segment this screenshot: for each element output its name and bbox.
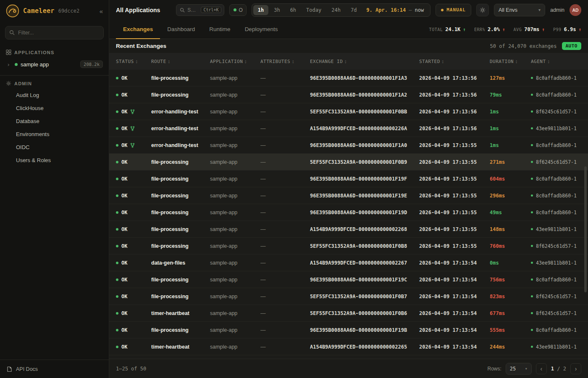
column-header-exchange-id[interactable]: EXCHANGE ID▲▼	[310, 59, 419, 64]
table-row[interactable]: OKfile-processingsample-app—5EF55FC31352…	[109, 288, 588, 305]
sort-icon: ▲▼	[168, 60, 170, 63]
agent-id: 8c0affadb860-1	[536, 277, 577, 283]
exchange-count-badge: 208.2k	[80, 60, 103, 68]
table-row[interactable]: OKfile-processingsample-app—96E395B0088A…	[109, 322, 588, 339]
cell-exchange-id: 96E395B0088AA6D-000000000001F1A3	[310, 75, 419, 81]
cell-status: OK	[116, 159, 151, 165]
table-row[interactable]: OKfile-processingsample-app—96E395B0088A…	[109, 187, 588, 204]
table-row[interactable]: OKfile-processingsample-app—96E395B0088A…	[109, 87, 588, 103]
search-icon	[180, 8, 185, 13]
cell-application: sample-app	[210, 310, 260, 316]
table-row[interactable]: OKfile-processingsample-app—96E395B0088A…	[109, 204, 588, 221]
table-row[interactable]: OKfile-processingsample-app—96E395B0088A…	[109, 171, 588, 187]
stat-value: 2.0%	[488, 26, 500, 32]
sidebar-item-oidc[interactable]: OIDC	[0, 141, 109, 154]
next-page-button[interactable]: ›	[570, 363, 581, 374]
table-row[interactable]: OKfile-processingsample-app—5EF55FC31352…	[109, 238, 588, 255]
column-label: AGENT	[531, 59, 546, 64]
cell-route: timer-heartbeat	[151, 310, 210, 316]
tab-exchanges[interactable]: Exchanges	[116, 20, 160, 39]
applications-section-header: APPLICATIONS	[0, 45, 109, 58]
table-row[interactable]: OKfile-processingsample-app—96E395B0088A…	[109, 70, 588, 87]
rows-per-page-select[interactable]: 25 ▾	[506, 363, 532, 375]
trend-arrow-icon: ↑	[578, 27, 581, 32]
search-placeholder: S…	[187, 7, 198, 13]
range-button-24h[interactable]: 24h	[327, 5, 345, 15]
time-range-buttons: 1h3h6hToday24h7d	[253, 5, 362, 15]
sidebar-item-clickhouse[interactable]: ClickHouse	[0, 102, 109, 115]
cell-attributes: —	[260, 327, 310, 333]
range-button-7d[interactable]: 7d	[346, 5, 361, 15]
column-header-route[interactable]: ROUTE▲▼	[151, 59, 210, 64]
filter-input[interactable]	[5, 26, 104, 39]
theme-toggle-button[interactable]	[476, 4, 489, 16]
tab-dashboard[interactable]: Dashboard	[160, 20, 202, 39]
ok-dot-icon	[116, 144, 118, 147]
column-header-attributes[interactable]: ATTRIBUTES▲▼	[260, 59, 310, 64]
cell-application: sample-app	[210, 176, 260, 182]
cell-started: 2026-04-09 17:13:54	[419, 344, 490, 350]
auto-refresh-badge[interactable]: AUTO	[562, 42, 582, 50]
manual-refresh-button[interactable]: MANUAL	[436, 4, 471, 16]
table-rows: OKfile-processingsample-app—96E395B0088A…	[109, 70, 588, 355]
sidebar-collapse-button[interactable]: «	[100, 8, 103, 15]
column-header-agent[interactable]: AGENT▲▼	[531, 59, 584, 64]
cell-route: file-processing	[151, 243, 210, 249]
api-docs-link[interactable]: API Docs	[0, 360, 109, 378]
column-header-duration[interactable]: DURATION▲▼	[490, 59, 531, 64]
range-button-3h[interactable]: 3h	[269, 5, 284, 15]
online-status-toggle[interactable]: O	[229, 4, 247, 16]
stat-label: AVG	[514, 27, 522, 32]
cell-duration: 271ms	[490, 159, 531, 165]
cell-application: sample-app	[210, 109, 260, 115]
cell-attributes: —	[260, 210, 310, 215]
agent-id: 8c0affadb860-1	[536, 92, 577, 98]
fork-icon	[130, 143, 135, 148]
tab-deployments[interactable]: Deployments	[238, 20, 285, 39]
status-text: OK	[121, 126, 127, 131]
page-title: All Applications	[116, 7, 160, 13]
chevron-right-icon[interactable]: ›	[8, 61, 12, 68]
rows-per-page-label: Rows:	[487, 366, 501, 372]
cell-status: OK	[116, 260, 151, 266]
table-row[interactable]: OKtimer-heartbeatsample-app—A154B9A999DF…	[109, 339, 588, 355]
user-avatar[interactable]: AD	[570, 4, 581, 16]
ok-dot-icon	[116, 194, 118, 197]
table-row[interactable]: OK error-handling-testsample-app—96E395B…	[109, 137, 588, 154]
global-search-input[interactable]: S… Ctrl+K	[176, 4, 224, 16]
table-row[interactable]: OKfile-processingsample-app—A154B9A999DF…	[109, 221, 588, 238]
range-button-today[interactable]: Today	[302, 5, 326, 15]
sidebar-item-users-roles[interactable]: Users & Roles	[0, 154, 109, 167]
scrollbar-thumb[interactable]	[584, 166, 587, 292]
sidebar-item-sample-app[interactable]: › sample app 208.2k	[0, 58, 109, 71]
cell-duration: 1ms	[490, 126, 531, 131]
sidebar-item-audit-log[interactable]: Audit Log	[0, 89, 109, 102]
cell-application: sample-app	[210, 226, 260, 232]
cell-agent: 8c0affadb860-1	[531, 176, 584, 182]
prev-page-button[interactable]: ‹	[536, 363, 547, 374]
ok-dot-icon	[116, 94, 118, 96]
column-header-started[interactable]: STARTED▲▼	[419, 59, 490, 64]
table-row[interactable]: OKdata-gen-filessample-app—A154B9A999DFC…	[109, 255, 588, 271]
column-header-status[interactable]: STATUS▲▼	[116, 59, 151, 64]
ok-dot-icon	[116, 228, 118, 231]
tabs: ExchangesDashboardRuntimeDeployments	[116, 20, 285, 39]
ok-dot-icon	[116, 178, 118, 180]
sidebar-item-environments[interactable]: Environments	[0, 128, 109, 141]
column-header-application[interactable]: APPLICATION▲▼	[210, 59, 260, 64]
table-row[interactable]: OKtimer-heartbeatsample-app—5EF55FC31352…	[109, 305, 588, 322]
env-select-dropdown[interactable]: All Envs ▾	[494, 4, 545, 16]
tab-runtime[interactable]: Runtime	[202, 20, 237, 39]
table-row[interactable]: OK error-handling-testsample-app—A154B9A…	[109, 120, 588, 137]
sidebar-header: Cameleer 69dcce2 «	[0, 0, 109, 22]
table-row[interactable]: OK error-handling-testsample-app—5EF55FC…	[109, 103, 588, 120]
cell-started: 2026-04-09 17:13:54	[419, 310, 490, 316]
sidebar-item-database[interactable]: Database	[0, 115, 109, 128]
cell-route: file-processing	[151, 277, 210, 283]
agent-id: 43ee9811b801-1	[536, 226, 577, 232]
table-row[interactable]: OKfile-processingsample-app—5EF55FC31352…	[109, 154, 588, 171]
cell-exchange-id: 5EF55FC31352A9A-000000000001F0B8	[310, 243, 419, 249]
table-row[interactable]: OKfile-processingsample-app—96E395B0088A…	[109, 271, 588, 288]
range-button-1h[interactable]: 1h	[253, 5, 268, 15]
range-button-6h[interactable]: 6h	[286, 5, 301, 15]
